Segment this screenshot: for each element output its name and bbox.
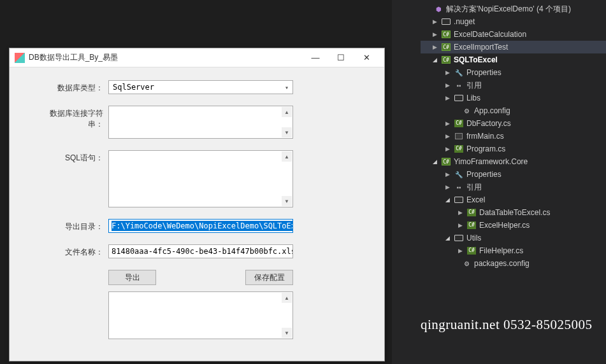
tree-item-utils-folder[interactable]: ◢ Utils <box>421 232 606 244</box>
scroll-up-icon[interactable]: ▲ <box>282 107 292 117</box>
folder-icon <box>454 95 463 101</box>
tree-item-references2[interactable]: ▶▪▪ 引用 <box>421 181 606 193</box>
csharp-project-icon: C# <box>442 56 451 64</box>
solution-root[interactable]: ▶ ⬢ 解决方案'NopiExcelDemo' (4 个项目) <box>421 3 606 15</box>
folder-icon <box>454 197 463 203</box>
save-config-button[interactable]: 保存配置 <box>245 270 293 285</box>
tree-item-yimocore[interactable]: ◢C# YimoFramework.Core <box>421 155 606 168</box>
conn-str-label: 数据库连接字符串： <box>35 106 108 130</box>
close-button[interactable]: ✕ <box>354 49 379 67</box>
scroll-up-icon[interactable]: ▲ <box>282 151 292 162</box>
folder-icon <box>454 235 463 241</box>
config-icon: ⚙ <box>461 259 472 268</box>
csharp-file-icon: C# <box>454 145 463 153</box>
minimize-button[interactable]: — <box>303 49 328 67</box>
titlebar[interactable]: DB数据导出工具_By_易墨 — ☐ ✕ <box>10 48 384 67</box>
tree-item-filehelper[interactable]: ▶C# FileHelper.cs <box>421 244 606 257</box>
tree-item-nuget[interactable]: ▶ .nuget <box>421 15 606 28</box>
file-name-input[interactable]: 81480aaa-4fc5-490c-be43-b14f47b00bfc.xls <box>108 244 293 258</box>
csharp-file-icon: C# <box>467 221 476 229</box>
form-icon <box>455 133 463 139</box>
tree-item-properties[interactable]: ▶🔧 Properties <box>421 66 606 79</box>
scroll-up-icon[interactable]: ▲ <box>282 293 292 303</box>
csharp-file-icon: C# <box>467 209 476 216</box>
tree-item-libs[interactable]: ▶ Libs <box>421 92 606 104</box>
tree-item-exceldatecalc[interactable]: ▶C# ExcelDateCalculation <box>421 28 606 41</box>
tree-item-packagesconfig[interactable]: ▶⚙ packages.config <box>421 257 606 270</box>
tree-item-frmmain[interactable]: ▶ frmMain.cs <box>421 130 606 143</box>
chevron-down-icon: ▾ <box>285 84 289 91</box>
solution-icon: ⬢ <box>433 4 444 13</box>
wrench-icon: 🔧 <box>454 68 464 77</box>
export-dir-label: 导出目录： <box>35 219 108 232</box>
csharp-project-icon: C# <box>442 43 451 51</box>
conn-str-input[interactable]: ▲ ▼ <box>108 106 293 139</box>
solution-label: 解决方案'NopiExcelDemo' (4 个项目) <box>446 4 571 15</box>
solution-explorer: ▶ ⬢ 解决方案'NopiExcelDemo' (4 个项目) ▶ .nuget… <box>392 0 606 364</box>
wrench-icon: 🔧 <box>454 170 464 179</box>
config-icon: ⚙ <box>461 106 472 115</box>
csharp-file-icon: C# <box>467 247 476 255</box>
references-icon: ▪▪ <box>454 183 464 192</box>
tree-item-properties2[interactable]: ▶🔧 Properties <box>421 168 606 181</box>
csharp-project-icon: C# <box>442 31 451 38</box>
export-dir-input[interactable]: F:\YimoCode\WeDemo\NopiExcelDemo\SQLToEx… <box>108 219 293 233</box>
sql-label: SQL语句： <box>35 150 108 164</box>
tree-item-program[interactable]: ▶C# Program.cs <box>421 143 606 155</box>
watermark-text: qingruanit.net 0532-85025005 <box>421 317 592 333</box>
maximize-button[interactable]: ☐ <box>328 49 354 67</box>
tree-item-appconfig[interactable]: ▶⚙ App.config <box>421 104 606 117</box>
tree-item-sqltoexcel[interactable]: ◢C# SQLToExcel <box>421 53 606 66</box>
db-type-value: SqlServer <box>113 83 154 92</box>
tree-item-excel-folder[interactable]: ◢ Excel <box>421 193 606 206</box>
scroll-down-icon[interactable]: ▼ <box>282 127 292 137</box>
file-name-value: 81480aaa-4fc5-490c-be43-b14f47b00bfc.xls <box>112 247 293 256</box>
log-output[interactable]: ▲ ▼ <box>108 291 293 339</box>
tree-item-references[interactable]: ▶▪▪ 引用 <box>421 79 606 92</box>
db-type-label: 数据库类型： <box>35 80 108 94</box>
csharp-file-icon: C# <box>454 120 463 127</box>
window-title: DB数据导出工具_By_易墨 <box>29 52 303 63</box>
sql-input[interactable]: ▲ ▼ <box>108 150 293 207</box>
export-dir-value: F:\YimoCode\WeDemo\NopiExcelDemo\SQLToEx… <box>112 221 293 231</box>
tree-item-excelhelper[interactable]: ▶C# ExcelHelper.cs <box>421 219 606 232</box>
csharp-project-icon: C# <box>442 158 451 165</box>
app-icon <box>15 53 25 63</box>
scroll-down-icon[interactable]: ▼ <box>282 196 292 206</box>
scroll-down-icon[interactable]: ▼ <box>282 328 292 338</box>
references-icon: ▪▪ <box>454 81 464 90</box>
db-type-dropdown[interactable]: SqlServer ▾ <box>108 80 293 94</box>
tree-item-dbfactory[interactable]: ▶C# DbFactory.cs <box>421 117 606 130</box>
file-name-label: 文件名称： <box>35 244 108 258</box>
db-export-dialog: DB数据导出工具_By_易墨 — ☐ ✕ 数据库类型： SqlServer ▾ … <box>9 48 385 361</box>
folder-icon <box>442 18 451 25</box>
tree-item-datatabletoexcel[interactable]: ▶C# DataTableToExcel.cs <box>421 206 606 219</box>
export-button[interactable]: 导出 <box>108 270 156 285</box>
tree-item-excelimporttest[interactable]: ▶C# ExcelImportTest <box>421 41 606 53</box>
